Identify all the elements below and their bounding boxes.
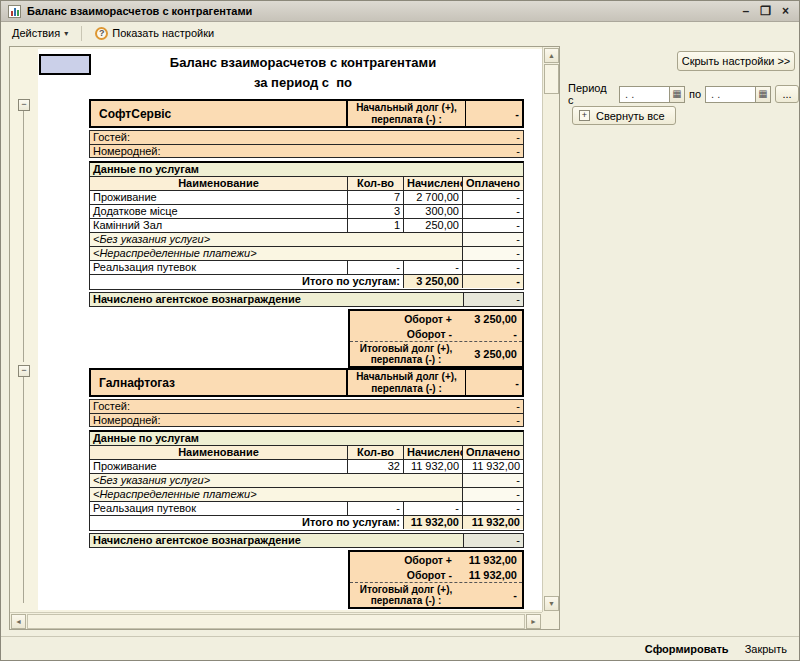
turnover-block: Оборот + 3 250,00 Оборот - - Итоговый до… — [348, 309, 524, 368]
toolbar-separator — [81, 26, 82, 41]
calendar-icon[interactable]: ▦ — [755, 87, 770, 102]
turnover-plus-label: Оборот + — [350, 554, 452, 566]
total-label: Итого по услугам: — [90, 516, 404, 529]
scroll-left-icon[interactable]: ◄ — [11, 614, 26, 629]
cell-paid: 11 932,00 — [463, 460, 523, 473]
cell-qty: 3 — [348, 205, 404, 218]
agent-fee-label: Начислено агентское вознаграждение — [90, 534, 463, 547]
services-table-title: Данные по услугам — [90, 432, 523, 446]
period-to-value: . . — [706, 88, 755, 100]
roomnights-row: Номеродней: - — [90, 413, 523, 426]
no-service-label: <Без указания услуги> — [90, 233, 463, 246]
main-area: − − Баланс взаиморасчетов с контрагентам… — [1, 44, 799, 637]
period-from-input[interactable]: . . ▦ — [619, 86, 685, 103]
vertical-scrollbar[interactable]: ▲ ▼ — [542, 47, 559, 612]
roomnights-value: - — [516, 414, 520, 426]
col-name: Наименование — [90, 446, 348, 459]
guests-block: Гостей: - Номеродней: - — [89, 130, 524, 158]
no-service-value: - — [463, 233, 523, 246]
roomnights-row: Номеродней: - — [90, 144, 523, 157]
cell-qty: 7 — [348, 191, 404, 204]
agent-fee-label: Начислено агентское вознаграждение — [90, 293, 463, 306]
maximize-button[interactable]: ❐ — [760, 5, 771, 17]
period-to-input[interactable]: . . ▦ — [705, 86, 771, 103]
guests-row: Гостей: - — [90, 400, 523, 413]
final-debt-label: Итоговый долг (+), переплата (-) : — [350, 343, 462, 365]
cell-qty: 32 — [348, 460, 404, 473]
section-header: СофтСервіс Начальный долг (+), переплата… — [89, 99, 524, 128]
collapse-group-2-button[interactable]: − — [18, 365, 30, 377]
cell-paid: - — [463, 191, 523, 204]
services-header-row: Наименование Кол-во Начислено Оплачено — [90, 446, 523, 460]
scroll-up-icon[interactable]: ▲ — [544, 48, 559, 63]
horizontal-scroll-thumb[interactable] — [27, 614, 525, 629]
col-qty: Кол-во — [348, 177, 404, 190]
grouping-gutter: − − — [10, 47, 38, 612]
vouchers-qty: - — [348, 502, 404, 515]
minimize-button[interactable]: – — [743, 5, 750, 17]
opening-debt-label: Начальный долг (+), переплата (-) : — [348, 370, 466, 395]
close-button[interactable]: × — [782, 5, 789, 17]
vouchers-paid: - — [463, 261, 523, 274]
turnover-plus-value: 3 250,00 — [452, 313, 522, 325]
period-more-button[interactable]: ... — [775, 85, 799, 103]
vouchers-qty: - — [348, 261, 404, 274]
opening-debt-value: - — [466, 101, 522, 126]
vouchers-label: Реальзация путевок — [90, 261, 348, 274]
vouchers-accrued: - — [404, 261, 463, 274]
services-table: Данные по услугам Наименование Кол-во На… — [89, 430, 524, 531]
turnover-minus-value: 11 932,00 — [452, 569, 522, 581]
guests-label: Гостей: — [93, 131, 130, 144]
horizontal-scrollbar[interactable]: ◄ ► — [10, 612, 542, 629]
collapse-all-button[interactable]: + Свернуть все — [572, 106, 676, 125]
vertical-scroll-thumb[interactable] — [544, 64, 559, 94]
show-settings-button[interactable]: ? Показать настройки — [88, 24, 221, 43]
turnover-minus-label: Оборот - — [350, 569, 452, 581]
col-qty: Кол-во — [348, 446, 404, 459]
cell-accrued: 11 932,00 — [404, 460, 463, 473]
final-debt-label: Итоговый долг (+), переплата (-) : — [350, 584, 462, 606]
title-bar: Баланс взаиморасчетов с контрагентами – … — [1, 1, 799, 22]
guests-value: - — [516, 131, 520, 144]
services-table-title: Данные по услугам — [90, 163, 523, 177]
agent-fee-value: - — [463, 293, 523, 306]
hide-settings-button[interactable]: Скрыть настройки >> — [677, 51, 795, 71]
cell-name: Проживание — [90, 191, 348, 204]
section-softservis: СофтСервіс Начальный долг (+), переплата… — [89, 99, 524, 368]
turnover-plus-value: 11 932,00 — [452, 554, 522, 566]
close-form-button[interactable]: Закрыть — [745, 643, 787, 655]
scroll-down-icon[interactable]: ▼ — [544, 596, 559, 611]
calendar-icon[interactable]: ▦ — [669, 87, 684, 102]
app-window: Баланс взаиморасчетов с контрагентами – … — [0, 0, 800, 661]
period-row: Период с . . ▦ по . . ▦ ... — [568, 82, 799, 106]
cell-accrued: 300,00 — [404, 205, 463, 218]
period-from-value: . . — [620, 88, 669, 100]
roomnights-label: Номеродней: — [93, 145, 161, 157]
report-view: − − Баланс взаиморасчетов с контрагентам… — [9, 46, 560, 630]
turnover-minus-value: - — [452, 328, 522, 340]
period-from-label: Период с — [568, 82, 615, 106]
selected-cell[interactable] — [39, 54, 91, 75]
collapse-group-1-button[interactable]: − — [18, 99, 30, 111]
no-service-label: <Без указания услуги> — [90, 474, 463, 487]
total-accrued: 3 250,00 — [404, 275, 463, 288]
status-bar: Сформировать Закрыть — [1, 636, 799, 660]
col-accrued: Начислено — [404, 446, 463, 459]
guests-block: Гостей: - Номеродней: - — [89, 399, 524, 427]
col-paid: Оплачено — [463, 446, 523, 459]
total-paid: - — [463, 275, 523, 288]
final-debt-value: - — [462, 589, 522, 601]
service-row: Камінний Зал 1 250,00 - — [90, 219, 523, 233]
col-name: Наименование — [90, 177, 348, 190]
agent-fee-row: Начислено агентское вознаграждение - — [89, 292, 524, 307]
guests-value: - — [516, 400, 520, 413]
final-debt-row: Итоговый долг (+), переплата (-) : 3 250… — [350, 341, 522, 366]
scroll-right-icon[interactable]: ► — [526, 614, 541, 629]
generate-button[interactable]: Сформировать — [645, 643, 729, 655]
vouchers-paid: - — [463, 502, 523, 515]
unallocated-label: <Нераспределенные платежи> — [90, 488, 463, 501]
roomnights-value: - — [516, 145, 520, 157]
agent-fee-value: - — [463, 534, 523, 547]
scrollbar-corner — [542, 612, 559, 629]
actions-menu-button[interactable]: Действия ▾ — [5, 24, 75, 42]
